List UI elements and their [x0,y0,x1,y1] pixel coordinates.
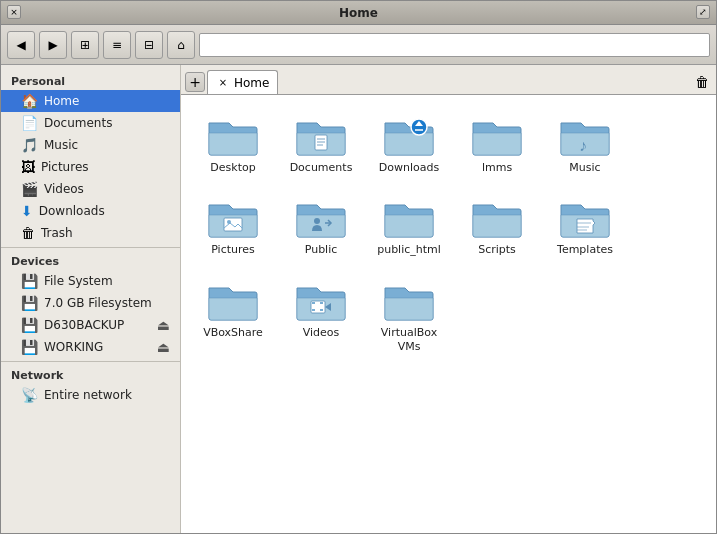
devices-section-title: Devices [1,251,180,270]
sidebar-item-videos[interactable]: 🎬 Videos [1,178,180,200]
svg-rect-20 [312,309,315,311]
sidebar-item-filesystem[interactable]: 💾 File System [1,270,180,292]
d630backup-icon: 💾 [21,317,38,333]
home-sidebar-icon: 🏠 [21,93,38,109]
forward-button[interactable]: ▶ [39,31,67,59]
content-area: + × Home 🗑 Desk [181,65,716,533]
view-icons-button[interactable]: ⊞ [71,31,99,59]
svg-text:♪: ♪ [579,137,587,154]
file-grid: Desktop D [181,95,716,533]
eject-working-button[interactable]: ⏏ [157,339,170,355]
public-html-folder-icon [383,195,435,239]
sidebar-d630backup-label: D630BACKUP [44,318,124,332]
network-section-title: Network [1,365,180,384]
scripts-label: Scripts [478,243,516,257]
file-item-vboxshare[interactable]: VBoxShare [193,272,273,361]
virtualbox-vms-label: VirtualBox VMs [373,326,445,355]
file-item-music[interactable]: ♪ Music [545,107,625,181]
sidebar-item-trash[interactable]: 🗑 Trash [1,222,180,244]
eject-d630backup-button[interactable]: ⏏ [157,317,170,333]
sidebar-item-home[interactable]: 🏠 Home [1,90,180,112]
downloads-label: Downloads [379,161,439,175]
sidebar-item-music[interactable]: 🎵 Music [1,134,180,156]
sidebar-home-label: Home [44,94,79,108]
public-folder-icon [295,195,347,239]
sidebar-item-downloads[interactable]: ⬇ Downloads [1,200,180,222]
personal-section-title: Personal [1,71,180,90]
downloads-folder-icon [383,113,435,157]
sidebar-filesystem-label: File System [44,274,113,288]
videos-sidebar-icon: 🎬 [21,181,38,197]
view-compact-button[interactable]: ⊟ [135,31,163,59]
tab-home[interactable]: × Home [207,70,278,94]
new-tab-button[interactable]: + [185,72,205,92]
sidebar-item-pictures[interactable]: 🖼 Pictures [1,156,180,178]
file-item-public[interactable]: Public [281,189,361,263]
documents-sidebar-icon: 📄 [21,115,38,131]
sidebar-item-d630backup[interactable]: 💾 D630BACKUP ⏏ [1,314,180,336]
close-button[interactable]: × [7,5,21,19]
music-folder-icon: ♪ [559,113,611,157]
file-item-templates[interactable]: Templates [545,189,625,263]
view-icons-icon: ⊞ [80,38,90,52]
svg-rect-19 [320,302,323,304]
working-icon: 💾 [21,339,38,355]
sidebar-item-documents[interactable]: 📄 Documents [1,112,180,134]
public-label: Public [305,243,338,257]
lmms-folder-icon [471,113,523,157]
svg-marker-12 [577,219,595,233]
divider-1 [1,247,180,248]
svg-rect-21 [320,309,323,311]
sidebar-working-label: WORKING [44,340,103,354]
sidebar-filesystem2-label: 7.0 GB Filesystem [44,296,152,310]
trash-sidebar-icon: 🗑 [21,225,35,241]
vboxshare-folder-icon [207,278,259,322]
file-item-desktop[interactable]: Desktop [193,107,273,181]
videos-label: Videos [303,326,340,340]
tab-trash-button[interactable]: 🗑 [692,72,712,92]
downloads-sidebar-icon: ⬇ [21,203,33,219]
music-label: Music [569,161,600,175]
templates-label: Templates [557,243,613,257]
templates-folder-icon [559,195,611,239]
maximize-button[interactable]: ⤢ [696,5,710,19]
documents-folder-icon [295,113,347,157]
sidebar-item-filesystem2[interactable]: 💾 7.0 GB Filesystem [1,292,180,314]
view-list-icon: ≡ [112,38,122,52]
virtualbox-vms-folder-icon [383,278,435,322]
home-icon: ⌂ [177,38,185,52]
toolbar: ◀ ▶ ⊞ ≡ ⊟ ⌂ [1,25,716,65]
sidebar-item-entire-network[interactable]: 📡 Entire network [1,384,180,406]
file-item-pictures[interactable]: Pictures [193,189,273,263]
entire-network-icon: 📡 [21,387,38,403]
svg-rect-8 [224,218,242,231]
back-icon: ◀ [16,38,25,52]
videos-folder-icon [295,278,347,322]
file-item-public-html[interactable]: public_html [369,189,449,263]
sidebar-pictures-label: Pictures [41,160,89,174]
file-item-scripts[interactable]: Scripts [457,189,537,263]
home-button[interactable]: ⌂ [167,31,195,59]
view-list-button[interactable]: ≡ [103,31,131,59]
window-title: Home [339,6,378,20]
sidebar-music-label: Music [44,138,78,152]
address-bar[interactable] [199,33,710,57]
file-item-virtualbox-vms[interactable]: VirtualBox VMs [369,272,449,361]
tab-close-button[interactable]: × [216,76,230,90]
sidebar: Personal 🏠 Home 📄 Documents 🎵 Music 🖼 Pi… [1,65,181,533]
filesystem2-icon: 💾 [21,295,38,311]
view-compact-icon: ⊟ [144,38,154,52]
sidebar-entire-network-label: Entire network [44,388,132,402]
back-button[interactable]: ◀ [7,31,35,59]
file-item-downloads[interactable]: Downloads [369,107,449,181]
vboxshare-label: VBoxShare [203,326,263,340]
file-item-lmms[interactable]: lmms [457,107,537,181]
file-item-documents[interactable]: Documents [281,107,361,181]
pictures-sidebar-icon: 🖼 [21,159,35,175]
main-window: × Home ⤢ ◀ ▶ ⊞ ≡ ⊟ ⌂ Personal [0,0,717,534]
lmms-label: lmms [482,161,512,175]
sidebar-item-working[interactable]: 💾 WORKING ⏏ [1,336,180,358]
scripts-folder-icon [471,195,523,239]
svg-point-10 [314,218,320,224]
file-item-videos[interactable]: Videos [281,272,361,361]
